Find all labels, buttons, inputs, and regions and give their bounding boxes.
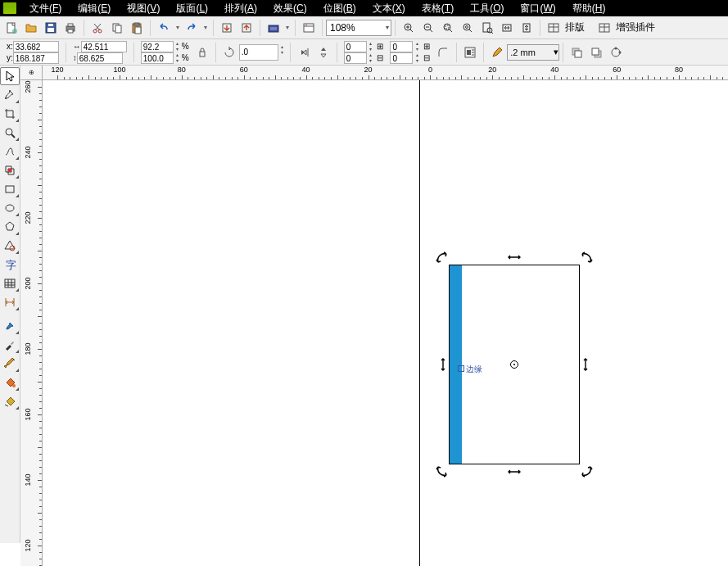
nudge1-field[interactable]: 0 bbox=[344, 41, 367, 52]
menu-table[interactable]: 表格(T) bbox=[414, 2, 462, 16]
vertical-ruler[interactable]: 260240220200180160140120 bbox=[20, 80, 43, 566]
outline-width-select[interactable]: .2 mm▾ bbox=[507, 44, 559, 61]
scale-y-field[interactable]: 100.0 bbox=[141, 52, 174, 64]
polygon-tool[interactable] bbox=[0, 218, 20, 236]
save-button[interactable] bbox=[42, 19, 60, 37]
svg-rect-33 bbox=[200, 52, 205, 57]
new-button[interactable] bbox=[2, 19, 20, 37]
text-tool[interactable]: 字 bbox=[0, 256, 20, 274]
width-field[interactable]: 42.511 mm bbox=[81, 41, 127, 52]
pick-tool[interactable] bbox=[0, 67, 20, 85]
enhance-plugin-label[interactable]: 增强插件 bbox=[614, 20, 657, 34]
ruler-origin[interactable]: ⊕ bbox=[20, 66, 43, 80]
to-back-button[interactable] bbox=[587, 43, 605, 61]
rotation-icon bbox=[220, 43, 238, 61]
ellipse-tool[interactable] bbox=[0, 199, 20, 217]
dimension-tool[interactable] bbox=[0, 293, 20, 311]
shape-tool[interactable] bbox=[0, 86, 20, 104]
redo-button[interactable] bbox=[183, 19, 201, 37]
skew-handle-bottom[interactable] bbox=[507, 469, 522, 475]
rotate-handle-tl[interactable] bbox=[435, 251, 448, 264]
zoom-out-button[interactable] bbox=[419, 19, 437, 37]
skew-handle-left[interactable] bbox=[440, 357, 446, 372]
x-field[interactable]: 33.682 mm bbox=[13, 41, 59, 52]
rotation-center[interactable] bbox=[510, 360, 518, 369]
nudge3-field[interactable]: 0 bbox=[390, 41, 413, 52]
cut-button[interactable] bbox=[88, 19, 106, 37]
drawing-canvas[interactable]: 边缘 bbox=[43, 80, 728, 566]
zoom-tool[interactable] bbox=[0, 124, 20, 142]
horizontal-ruler[interactable]: 12010080604020020406080100 bbox=[43, 66, 728, 80]
svg-point-47 bbox=[6, 205, 14, 211]
menu-view[interactable]: 视图(V) bbox=[119, 2, 168, 16]
redo-dropdown[interactable]: ▾ bbox=[201, 19, 210, 37]
rotate-handle-bl[interactable] bbox=[435, 465, 448, 478]
paste-button[interactable] bbox=[128, 19, 146, 37]
lock-ratio-button[interactable] bbox=[193, 43, 211, 61]
basic-shapes-tool[interactable] bbox=[0, 237, 20, 255]
menu-help[interactable]: 帮助(H) bbox=[564, 2, 614, 16]
zoom-level-select[interactable]: 108%▾ bbox=[326, 20, 391, 36]
interactive-tool[interactable] bbox=[0, 317, 20, 335]
zoom-all-button[interactable] bbox=[459, 19, 477, 37]
zoom-height-button[interactable] bbox=[518, 19, 536, 37]
y-field[interactable]: 168.187 mm bbox=[13, 52, 59, 64]
copy-button[interactable] bbox=[108, 19, 126, 37]
skew-handle-right[interactable] bbox=[582, 357, 589, 372]
selected-rectangle[interactable]: 边缘 bbox=[449, 265, 580, 464]
crop-tool[interactable] bbox=[0, 105, 20, 123]
menu-edit[interactable]: 编辑(E) bbox=[70, 2, 119, 16]
open-button[interactable] bbox=[22, 19, 40, 37]
svg-rect-3 bbox=[47, 28, 54, 32]
svg-rect-18 bbox=[270, 27, 277, 30]
eyedropper-tool[interactable] bbox=[0, 336, 20, 354]
app-launcher-dropdown[interactable]: ▾ bbox=[283, 19, 292, 37]
scale-x-field[interactable]: 92.2 bbox=[141, 41, 174, 52]
menu-file[interactable]: 文件(F) bbox=[21, 2, 70, 16]
rotate-handle-tr[interactable] bbox=[581, 251, 594, 264]
skew-handle-top[interactable] bbox=[507, 254, 522, 260]
corner-round-button[interactable] bbox=[434, 43, 452, 61]
menu-text[interactable]: 文本(X) bbox=[364, 2, 414, 16]
menu-tools[interactable]: 工具(O) bbox=[462, 2, 512, 16]
zoom-page-button[interactable] bbox=[478, 19, 496, 37]
layout-assist-label[interactable]: 排版 bbox=[563, 20, 586, 34]
mirror-h-button[interactable] bbox=[295, 43, 313, 61]
enhance-plugin-icon[interactable] bbox=[595, 19, 613, 37]
menu-bitmap[interactable]: 位图(B) bbox=[315, 2, 364, 16]
mirror-v-button[interactable] bbox=[314, 43, 332, 61]
smart-fill-tool[interactable] bbox=[0, 161, 20, 179]
to-front-button[interactable] bbox=[567, 43, 586, 61]
app-launcher-button[interactable] bbox=[265, 19, 283, 37]
layout-assist-icon[interactable] bbox=[545, 19, 563, 37]
outline-tool[interactable] bbox=[0, 355, 20, 373]
freehand-tool[interactable] bbox=[0, 143, 20, 161]
undo-button[interactable] bbox=[155, 19, 173, 37]
interactive-fill-tool[interactable] bbox=[0, 392, 20, 410]
menu-effects[interactable]: 效果(C) bbox=[265, 2, 315, 16]
zoom-in-button[interactable] bbox=[400, 19, 418, 37]
print-button[interactable] bbox=[61, 19, 79, 37]
menu-arrange[interactable]: 排列(A) bbox=[216, 2, 265, 16]
zoom-selection-button[interactable] bbox=[439, 19, 457, 37]
convert-curves-button[interactable] bbox=[607, 43, 625, 61]
height-field[interactable]: 68.625 mm bbox=[77, 52, 123, 64]
welcome-button[interactable] bbox=[300, 19, 318, 37]
svg-point-43 bbox=[5, 97, 7, 99]
menu-layout[interactable]: 版面(L) bbox=[168, 2, 216, 16]
import-button[interactable] bbox=[218, 19, 236, 37]
rotate-handle-br[interactable] bbox=[581, 465, 594, 478]
rectangle-tool[interactable] bbox=[0, 180, 20, 198]
export-button[interactable] bbox=[237, 19, 255, 37]
nudge4-field[interactable]: 0 bbox=[390, 52, 413, 64]
wrap-text-button[interactable] bbox=[461, 43, 479, 61]
svg-rect-27 bbox=[483, 23, 490, 32]
svg-point-41 bbox=[615, 47, 617, 49]
fill-tool[interactable] bbox=[0, 374, 20, 392]
undo-dropdown[interactable]: ▾ bbox=[174, 19, 182, 37]
table-tool[interactable] bbox=[0, 274, 20, 292]
nudge2-field[interactable]: 0 bbox=[344, 52, 367, 64]
menu-window[interactable]: 窗口(W) bbox=[512, 2, 563, 16]
rotation-field[interactable]: .0 bbox=[239, 44, 278, 61]
zoom-width-button[interactable] bbox=[498, 19, 516, 37]
